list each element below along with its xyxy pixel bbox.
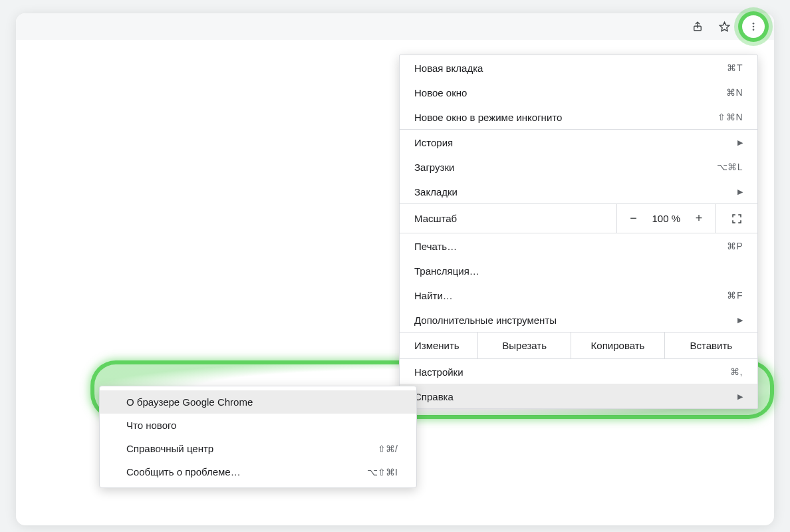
submenu-shortcut: ⌥⇧⌘I <box>367 467 398 477</box>
zoom-value: 100 % <box>652 213 680 224</box>
star-icon[interactable] <box>716 18 733 35</box>
submenu-label: О браузере Google Chrome <box>126 396 253 408</box>
menu-more-tools[interactable]: Дополнительные инструменты ▶ <box>400 307 757 332</box>
menu-edit-row: Изменить Вырезать Копировать Вставить <box>400 332 757 358</box>
menu-settings[interactable]: Настройки ⌘, <box>400 359 757 384</box>
menu-new-tab[interactable]: Новая вкладка ⌘T <box>400 55 757 80</box>
menu-zoom: Масштаб − 100 % + <box>400 203 757 233</box>
share-icon[interactable] <box>689 18 706 35</box>
menu-label: Настройки <box>414 366 463 378</box>
menu-find[interactable]: Найти… ⌘F <box>400 283 757 307</box>
menu-shortcut: ⇧⌘N <box>718 112 743 122</box>
menu-label: Печать… <box>414 241 457 252</box>
edit-cut[interactable]: Вырезать <box>478 332 571 358</box>
menu-new-window[interactable]: Новое окно ⌘N <box>400 80 757 104</box>
edit-paste[interactable]: Вставить <box>665 332 757 358</box>
chevron-right-icon: ▶ <box>737 316 743 325</box>
edit-label: Изменить <box>400 332 478 358</box>
zoom-in-button[interactable]: + <box>692 211 706 225</box>
chevron-right-icon: ▶ <box>737 392 743 401</box>
menu-shortcut: ⌘T <box>727 63 743 73</box>
toolbar <box>16 13 774 40</box>
submenu-label: Сообщить о проблеме… <box>126 466 241 477</box>
menu-shortcut: ⌘, <box>730 366 743 377</box>
menu-print[interactable]: Печать… ⌘P <box>400 233 757 258</box>
svg-point-1 <box>753 23 755 25</box>
menu-shortcut: ⌘F <box>727 290 743 301</box>
menu-label: Загрузки <box>414 162 454 173</box>
menu-downloads[interactable]: Загрузки ⌥⌘L <box>400 154 757 179</box>
menu-cast[interactable]: Трансляция… <box>400 258 757 283</box>
menu-incognito[interactable]: Новое окно в режиме инкогнито ⇧⌘N <box>400 104 757 129</box>
svg-point-3 <box>753 29 755 31</box>
menu-label: Новое окно <box>414 87 467 98</box>
menu-shortcut: ⌘N <box>726 87 743 98</box>
menu-bookmarks[interactable]: Закладки ▶ <box>400 179 757 203</box>
submenu-about-chrome[interactable]: О браузере Google Chrome <box>100 390 416 414</box>
zoom-controls: − 100 % + <box>616 204 715 233</box>
menu-label: Найти… <box>414 290 453 301</box>
menu-help[interactable]: Справка ▶ <box>400 384 757 408</box>
menu-label: Закладки <box>414 186 458 198</box>
menu-label: История <box>414 137 453 148</box>
fullscreen-button[interactable] <box>715 204 757 233</box>
kebab-menu-button[interactable] <box>742 15 765 38</box>
menu-label: Новое окно в режиме инкогнито <box>414 112 562 123</box>
main-menu: Новая вкладка ⌘T Новое окно ⌘N Новое окн… <box>399 55 758 409</box>
help-submenu: О браузере Google Chrome Что нового Спра… <box>99 386 417 488</box>
chevron-right-icon: ▶ <box>737 188 743 196</box>
menu-label: Справка <box>414 391 454 402</box>
menu-label: Новая вкладка <box>414 63 483 74</box>
zoom-out-button[interactable]: − <box>626 211 640 225</box>
submenu-help-center[interactable]: Справочный центр ⇧⌘/ <box>100 437 416 460</box>
menu-history[interactable]: История ▶ <box>400 130 757 154</box>
svg-point-2 <box>753 26 755 28</box>
submenu-report-issue[interactable]: Сообщить о проблеме… ⌥⇧⌘I <box>100 460 416 483</box>
browser-window: Новая вкладка ⌘T Новое окно ⌘N Новое окн… <box>16 13 774 525</box>
menu-shortcut: ⌥⌘L <box>717 162 743 172</box>
edit-copy[interactable]: Копировать <box>571 332 664 358</box>
submenu-shortcut: ⇧⌘/ <box>378 444 398 454</box>
submenu-label: Справочный центр <box>126 443 213 454</box>
menu-shortcut: ⌘P <box>727 241 743 251</box>
menu-label: Дополнительные инструменты <box>414 315 557 326</box>
chevron-right-icon: ▶ <box>737 138 743 147</box>
submenu-label: Что нового <box>126 420 176 431</box>
zoom-label: Масштаб <box>400 204 616 233</box>
menu-label: Трансляция… <box>414 265 479 277</box>
submenu-whats-new[interactable]: Что нового <box>100 414 416 437</box>
